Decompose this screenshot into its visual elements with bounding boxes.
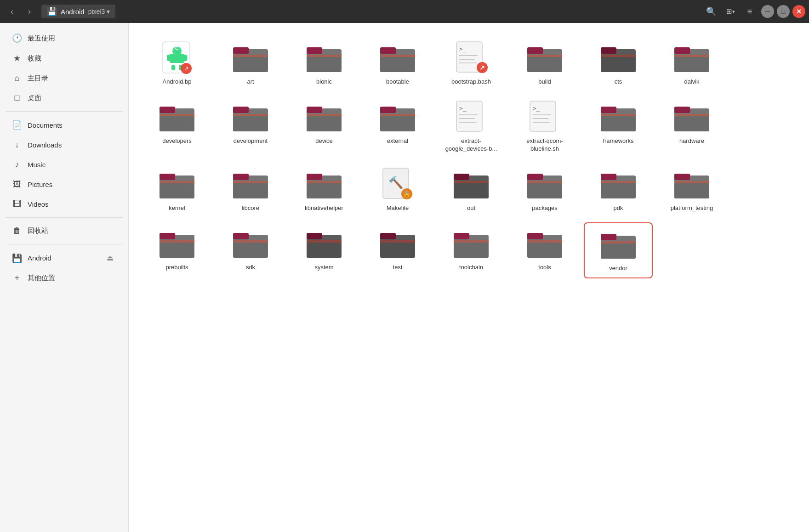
sidebar-label-bookmarks: 收藏 — [28, 54, 41, 63]
svg-rect-128 — [527, 233, 543, 239]
script-icon: >_ — [453, 102, 490, 134]
sidebar-item-documents[interactable]: 📄 Documents — [3, 115, 125, 135]
sidebar-label-android: Android — [28, 254, 51, 262]
sidebar: 🕐 最近使用 ★ 收藏 ⌂ 主目录 □ 桌面 📄 Documents ↓ Dow… — [0, 23, 129, 532]
svg-rect-96 — [527, 174, 543, 180]
file-item-frameworks[interactable]: frameworks — [584, 96, 653, 158]
file-label: kernel — [169, 204, 185, 212]
forward-button[interactable]: › — [21, 3, 38, 20]
file-item-cts[interactable]: cts — [584, 37, 653, 91]
sidebar-item-trash[interactable]: 🗑 回收站 — [3, 221, 125, 240]
svg-rect-113 — [233, 240, 268, 258]
pictures-icon: 🖼 — [12, 180, 22, 189]
svg-rect-78 — [160, 181, 194, 183]
file-item-sdk[interactable]: sdk — [216, 222, 285, 279]
sidebar-item-android[interactable]: 💾 Android ⏏ — [3, 248, 125, 268]
svg-rect-44 — [160, 114, 194, 116]
view-mode-button[interactable]: ⊞▾ — [722, 3, 739, 20]
content-area: C ↗ Android.bp art bionic bootable >_ — [129, 23, 809, 532]
svg-rect-72 — [674, 107, 690, 113]
sidebar-item-desktop[interactable]: □ 桌面 — [3, 89, 125, 108]
folder-icon — [673, 102, 710, 134]
folder-icon — [159, 102, 195, 134]
svg-rect-97 — [527, 181, 562, 198]
file-item-platform-testing[interactable]: platform_testing — [657, 163, 726, 218]
file-label: bootable — [386, 78, 409, 86]
sidebar-item-videos[interactable]: 🎞 Videos — [3, 195, 125, 214]
trash-icon: 🗑 — [12, 226, 22, 236]
sidebar-item-other[interactable]: + 其他位置 — [3, 269, 125, 288]
file-item-build[interactable]: build — [510, 37, 579, 91]
file-item-dalvik[interactable]: dalvik — [657, 37, 726, 91]
file-item-libcore[interactable]: libcore — [216, 163, 285, 218]
menu-button[interactable]: ≡ — [741, 3, 758, 20]
sidebar-item-downloads[interactable]: ↓ Downloads — [3, 136, 125, 154]
file-item-system[interactable]: system — [290, 222, 359, 279]
sidebar-item-pictures[interactable]: 🖼 Pictures — [3, 175, 125, 194]
svg-rect-133 — [601, 241, 636, 259]
svg-rect-40 — [674, 55, 709, 57]
file-item-makefile[interactable]: 🔨 🔒 Makefile — [363, 163, 432, 218]
folder-icon — [600, 42, 637, 74]
script-link-icon: >_ ↗ — [453, 42, 490, 74]
sidebar-divider-2 — [6, 217, 123, 218]
file-item-development[interactable]: development — [216, 96, 285, 158]
svg-rect-106 — [674, 181, 709, 183]
file-label: Android.bp — [163, 78, 192, 86]
maximize-button[interactable]: □ — [777, 5, 790, 18]
file-item-tools[interactable]: tools — [510, 222, 579, 279]
sidebar-item-music[interactable]: ♪ Music — [3, 155, 125, 174]
svg-rect-52 — [307, 114, 342, 116]
svg-rect-76 — [160, 174, 175, 180]
svg-rect-118 — [307, 240, 342, 243]
file-label: out — [467, 204, 475, 212]
svg-rect-84 — [307, 174, 322, 180]
sidebar-divider-1 — [6, 111, 123, 112]
close-button[interactable]: ✕ — [792, 5, 805, 18]
svg-rect-16 — [307, 55, 342, 72]
file-item-test[interactable]: test — [363, 222, 432, 279]
file-item-bionic[interactable]: bionic — [290, 37, 359, 91]
file-item-device[interactable]: device — [290, 96, 359, 158]
file-item-developers[interactable]: developers — [142, 96, 211, 158]
file-item-pdk[interactable]: pdk — [584, 163, 653, 218]
file-item-prebuilts[interactable]: prebuilts — [142, 222, 211, 279]
file-label: libcore — [242, 204, 259, 212]
file-item-kernel[interactable]: kernel — [142, 163, 211, 218]
minimize-button[interactable]: ─ — [761, 5, 774, 18]
file-item-hardware[interactable]: hardware — [657, 96, 726, 158]
file-item-extract-google[interactable]: >_ extract-google_devices-b... — [437, 96, 506, 158]
file-item-extract-qcom[interactable]: >_ extract-qcom-blueline.sh — [510, 96, 579, 158]
sidebar-label-videos: Videos — [28, 200, 49, 208]
svg-rect-39 — [674, 55, 709, 72]
file-item-android-bp[interactable]: C ↗ Android.bp — [142, 37, 211, 91]
file-item-out[interactable]: out — [437, 163, 506, 218]
svg-rect-124 — [454, 233, 469, 239]
eject-button[interactable]: ⏏ — [104, 253, 116, 263]
sidebar-item-recent[interactable]: 🕐 最近使用 — [3, 28, 125, 48]
svg-rect-74 — [674, 114, 709, 116]
folder-icon — [600, 102, 637, 134]
file-item-vendor[interactable]: vendor — [584, 222, 653, 279]
desktop-icon: □ — [12, 93, 22, 103]
svg-rect-82 — [233, 181, 268, 183]
svg-rect-126 — [454, 240, 489, 243]
sidebar-item-home[interactable]: ⌂ 主目录 — [3, 69, 125, 88]
location-sub-text: pixel3 — [88, 8, 105, 15]
file-item-external[interactable]: external — [363, 96, 432, 158]
file-item-packages[interactable]: packages — [510, 163, 579, 218]
sidebar-label-pictures: Pictures — [28, 181, 52, 188]
sidebar-label-trash: 回收站 — [28, 226, 48, 235]
file-item-bootable[interactable]: bootable — [363, 37, 432, 91]
svg-rect-104 — [674, 174, 690, 180]
sidebar-item-bookmarks[interactable]: ★ 收藏 — [3, 49, 125, 68]
file-item-libnativehelper[interactable]: libnativehelper — [290, 163, 359, 218]
search-button[interactable]: 🔍 — [702, 3, 720, 20]
file-item-bootstrap-bash[interactable]: >_ ↗ bootstrap.bash — [437, 37, 506, 91]
file-item-art[interactable]: art — [216, 37, 285, 91]
svg-rect-55 — [380, 114, 415, 131]
file-item-toolchain[interactable]: toolchain — [437, 222, 506, 279]
svg-rect-35 — [601, 55, 636, 72]
dropdown-icon[interactable]: ▾ — [107, 8, 110, 15]
back-button[interactable]: ‹ — [4, 3, 20, 20]
